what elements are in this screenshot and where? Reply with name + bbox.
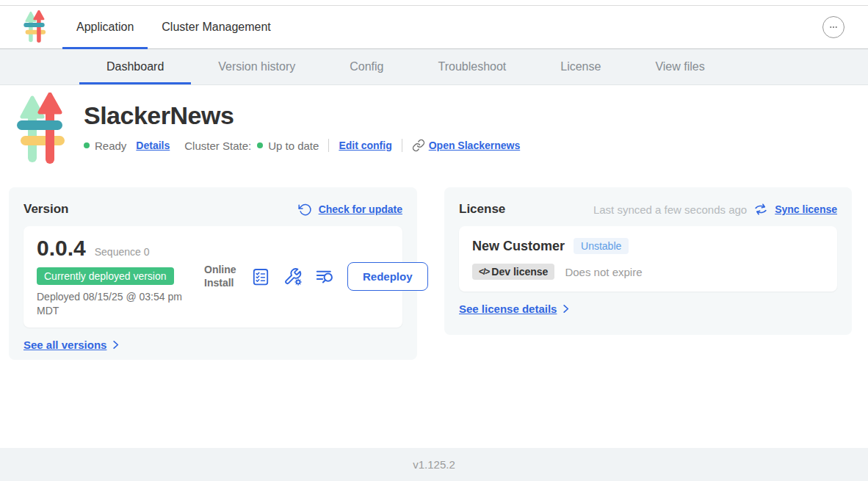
app-footer: v1.125.2: [0, 448, 868, 481]
tab-application[interactable]: Application: [62, 6, 148, 48]
subtab-config-label: Config: [350, 60, 383, 73]
app-status-label: Ready: [95, 140, 126, 152]
main-nav: Application Cluster Management: [0, 6, 868, 49]
version-card-title: Version: [23, 202, 68, 217]
check-for-update-link[interactable]: Check for update: [319, 203, 402, 215]
sequence-label: Sequence 0: [95, 246, 150, 258]
chevron-right-icon: [110, 339, 121, 350]
page-title: SlackerNews: [84, 101, 520, 130]
cluster-state-dot: [257, 142, 263, 148]
tab-cluster-management[interactable]: Cluster Management: [148, 6, 285, 48]
link-icon: [412, 139, 425, 152]
nav-logo[interactable]: [0, 10, 62, 44]
license-expiration: Does not expire: [565, 266, 642, 278]
subtab-dashboard-label: Dashboard: [106, 60, 164, 73]
deploy-logs-icon: [315, 267, 335, 286]
more-menu-button[interactable]: [822, 16, 845, 38]
slackernews-logo-icon: [22, 10, 46, 44]
subtab-view-files-label: View files: [655, 60, 704, 73]
slackernews-app-logo: [13, 93, 66, 167]
version-number: 0.0.4: [37, 236, 86, 261]
deploy-logs-button[interactable]: [315, 267, 335, 286]
app-sub-nav: Dashboard Version history Config Trouble…: [0, 49, 868, 85]
cluster-state-label: Cluster State:: [184, 140, 251, 152]
status-details-link[interactable]: Details: [136, 140, 170, 151]
config-wrench-icon: [283, 267, 303, 286]
redeploy-button[interactable]: Redeploy: [347, 262, 428, 291]
license-card-title: License: [459, 202, 505, 217]
edit-config-link[interactable]: Edit config: [339, 140, 391, 151]
license-detail-panel: New Customer Unstable </> Dev license Do…: [459, 226, 837, 292]
tab-cluster-management-label: Cluster Management: [162, 21, 271, 34]
install-type-label: Online Install: [204, 264, 238, 289]
customer-name: New Customer: [472, 239, 565, 254]
see-license-details-link[interactable]: See license details: [459, 303, 557, 315]
preflight-checks-icon: [251, 267, 270, 286]
subtab-troubleshoot-label: Troubleshoot: [438, 60, 506, 73]
divider: [328, 139, 329, 152]
edit-config-button[interactable]: [283, 267, 303, 286]
deployed-timestamp: Deployed 08/15/25 @ 03:54 pm MDT: [37, 290, 195, 318]
open-slackernews-link[interactable]: Open Slackernews: [429, 140, 521, 151]
divider: [402, 139, 402, 152]
subtab-license[interactable]: License: [533, 49, 628, 84]
subtab-config[interactable]: Config: [322, 49, 411, 84]
license-type-label: Dev license: [491, 266, 548, 278]
sync-arrows-icon: [753, 202, 768, 217]
see-all-versions-link[interactable]: See all versions: [23, 339, 106, 351]
app-header: SlackerNews Ready Details Cluster State:…: [0, 85, 868, 167]
license-card: License Last synced a few seconds ago Sy…: [444, 187, 852, 335]
subtab-version-history-label: Version history: [218, 60, 295, 73]
app-status-dot: [84, 142, 90, 148]
window-top-edge: [0, 0, 868, 6]
app-status-row: Ready Details Cluster State: Up to date …: [84, 139, 520, 152]
subtab-dashboard[interactable]: Dashboard: [79, 49, 191, 84]
current-version-panel: 0.0.4 Sequence 0 Currently deployed vers…: [23, 226, 402, 328]
cluster-state-value: Up to date: [268, 140, 319, 152]
code-icon: </>: [479, 267, 489, 277]
main-nav-tabs: Application Cluster Management: [62, 6, 285, 48]
channel-badge: Unstable: [574, 238, 629, 254]
license-type-badge: </> Dev license: [472, 264, 554, 280]
subtab-view-files[interactable]: View files: [628, 49, 731, 84]
open-app-link-group[interactable]: Open Slackernews: [412, 139, 521, 152]
chevron-right-icon: [560, 303, 571, 314]
subtab-troubleshoot[interactable]: Troubleshoot: [411, 49, 533, 84]
tab-application-label: Application: [76, 21, 134, 34]
refresh-icon: [298, 203, 312, 217]
sync-license-link[interactable]: Sync license: [775, 203, 837, 215]
version-card: Version Check for update 0.0.4 Sequence …: [9, 187, 417, 360]
preflight-checks-button[interactable]: [250, 267, 270, 286]
subtab-license-label: License: [560, 60, 601, 73]
console-version-label: v1.125.2: [413, 458, 455, 471]
subtab-version-history[interactable]: Version history: [191, 49, 322, 84]
currently-deployed-badge: Currently deployed version: [37, 267, 174, 285]
ellipsis-icon: [827, 21, 840, 34]
last-synced-label: Last synced a few seconds ago: [593, 203, 747, 216]
